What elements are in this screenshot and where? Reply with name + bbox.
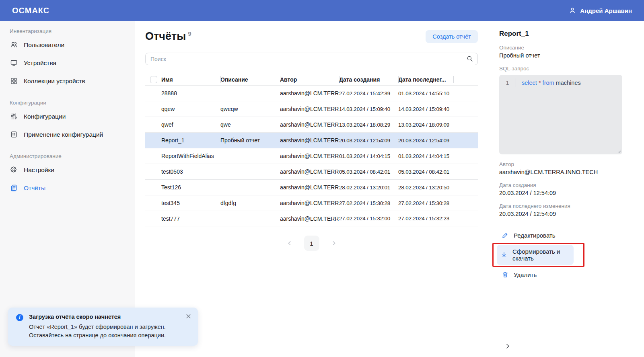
trash-icon <box>502 271 509 278</box>
grid-icon <box>10 77 18 85</box>
author-value: aarshavin@LCM.TERRA.INNO.TECH <box>499 169 636 175</box>
user-icon <box>568 6 576 14</box>
sql-label: SQL-запрос <box>499 66 636 72</box>
cell-author: aarshavin@LCM.TERRA.INNO.TECH <box>280 200 339 206</box>
cell-author: aarshavin@LCM.TERRA.INNO.TECH <box>280 153 339 159</box>
cell-modified: 27.02.2024 / 15:32:23 <box>398 215 453 222</box>
cell-author: aarshavin@LCM.TERRA.INNO.TECH <box>280 90 339 96</box>
cell-created: 01.03.2024 / 14:04:15 <box>339 153 398 159</box>
cell-modified: 01.03.2024 / 14:04:15 <box>398 153 453 159</box>
report-actions: Редактировать Сформировать и скачать <box>499 228 636 281</box>
table-row[interactable]: Test126aarshavin@LCM.TERRA.INNO.TECH28.0… <box>145 179 478 195</box>
cell-created: 27.02.2024 / 15:30:28 <box>339 200 398 206</box>
cell-modified: 13.03.2024 / 18:09:09 <box>398 122 453 128</box>
column-header-modified: Дата последнег... <box>398 74 453 85</box>
edit-report-button[interactable]: Редактировать <box>499 228 558 242</box>
cell-description: dfgdfg <box>220 200 280 206</box>
users-icon <box>10 41 18 49</box>
table-row[interactable]: test345dfgdfgaarshavin@LCM.TERRA.INNO.TE… <box>145 195 478 211</box>
prev-page-button[interactable] <box>286 240 293 246</box>
download-icon <box>500 251 508 259</box>
sidebar-item-settings[interactable]: Настройки <box>0 161 135 179</box>
table-row[interactable]: Report_1Пробный отчетaarshavin@LCM.TERRA… <box>145 132 478 148</box>
table-row[interactable]: 28888aarshavin@LCM.TERRA.INNO.TECH27.02.… <box>145 85 478 101</box>
generate-download-button[interactable]: Сформировать и скачать <box>497 245 574 265</box>
sidebar-section-label: Конфигурации <box>0 100 135 107</box>
pagination: 1 <box>145 236 478 251</box>
sidebar-item-label: Применение конфигураций <box>24 131 103 138</box>
modified-label: Дата последнего изменения <box>499 203 636 209</box>
sidebar-item-devices[interactable]: Устройства <box>0 54 135 72</box>
search-input[interactable] <box>145 53 478 65</box>
page-title: Отчёты9 <box>145 30 191 43</box>
column-header-filler <box>453 74 478 85</box>
cell-description: qwe <box>220 121 280 128</box>
sidebar-item-device-collections[interactable]: Коллекции устройств <box>0 72 135 90</box>
table-row[interactable]: qwefqweaarshavin@LCM.TERRA.INNO.TECH13.0… <box>145 117 478 132</box>
cell-modified: 28.02.2024 / 13:20:50 <box>398 185 453 191</box>
created-value: 20.03.2024 / 12:54:09 <box>499 190 636 196</box>
column-header-description: Описание <box>220 74 280 85</box>
cell-description: qweqw <box>220 106 280 112</box>
cell-name: Test126 <box>161 184 220 191</box>
created-label: Дата создания <box>499 182 636 188</box>
table-row[interactable]: test777aarshavin@LCM.TERRA.INNO.TECH27.0… <box>145 211 478 226</box>
page-number[interactable]: 1 <box>304 236 319 251</box>
report-title: Report_1 <box>499 30 636 38</box>
sql-line-number: 1 <box>499 78 516 87</box>
next-page-button[interactable] <box>331 240 337 246</box>
cell-author: aarshavin@LCM.TERRA.INNO.TECH <box>280 106 339 112</box>
user-menu[interactable]: Андрей Аршавин <box>568 6 632 14</box>
cell-author: aarshavin@LCM.TERRA.INNO.TECH <box>280 121 339 128</box>
cell-author: aarshavin@LCM.TERRA.INNO.TECH <box>280 168 339 175</box>
sidebar-item-label: Коллекции устройств <box>24 78 85 85</box>
table-row[interactable]: qqewqweqwaarshavin@LCM.TERRA.INNO.TECH14… <box>145 101 478 117</box>
author-label: Автор <box>499 161 636 167</box>
select-all-checkbox[interactable] <box>150 76 157 83</box>
column-header-author: Автор <box>280 74 339 85</box>
reports-table: Имя Описание Автор Дата создания Дата по… <box>145 74 478 226</box>
monitor-icon <box>10 59 18 67</box>
sql-editor[interactable]: 1 select * from machines <box>499 75 622 154</box>
create-report-button[interactable]: Создать отчёт <box>426 30 478 43</box>
sidebar-section-label: Инвентаризация <box>0 28 135 36</box>
close-icon[interactable] <box>185 313 191 319</box>
toast-notification: i Загрузка отчёта скоро начнется Отчёт «… <box>8 308 198 346</box>
topbar: ОСМАКС Андрей Аршавин <box>0 0 644 21</box>
cell-created: 28.02.2024 / 13:20:01 <box>339 185 398 191</box>
sidebar-item-configurations[interactable]: Конфигурации <box>0 107 135 125</box>
cell-created: 20.03.2024 / 12:54:09 <box>339 137 398 144</box>
checklist-icon <box>10 130 18 139</box>
sidebar-item-apply-configurations[interactable]: Применение конфигураций <box>0 125 135 144</box>
cell-name: ReportWithFieldAlias <box>161 153 220 159</box>
sidebar-item-reports[interactable]: Отчёты <box>0 179 135 197</box>
cell-name: test0503 <box>161 168 220 175</box>
table-row[interactable]: ReportWithFieldAliasaarshavin@LCM.TERRA.… <box>145 148 478 164</box>
reports-count-badge: 9 <box>188 30 191 37</box>
delete-report-button[interactable]: Удалить <box>499 268 539 281</box>
table-row[interactable]: test0503aarshavin@LCM.TERRA.INNO.TECH05.… <box>145 164 478 179</box>
sidebar-item-label: Пользователи <box>24 41 64 49</box>
toast-line-2: Оставайтесь на странице до окончания опе… <box>29 331 191 340</box>
cell-created: 27.02.2024 / 15:32:00 <box>339 215 398 222</box>
info-icon: i <box>16 314 23 321</box>
sidebar-item-label: Отчёты <box>24 185 45 192</box>
collapse-panel-button[interactable] <box>504 343 511 350</box>
sidebar: ИнвентаризацияПользователиУстройстваКолл… <box>0 21 135 357</box>
cell-modified: 27.02.2024 / 15:30:28 <box>398 200 453 206</box>
cell-name: 28888 <box>161 90 220 96</box>
cell-author: aarshavin@LCM.TERRA.INNO.TECH <box>280 137 339 144</box>
cell-created: 05.03.2024 / 08:42:01 <box>339 169 398 175</box>
report-detail-panel: Report_1 Описание Пробный отчет SQL-запр… <box>491 21 644 357</box>
cell-name: Report_1 <box>161 137 220 144</box>
column-header-created: Дата создания <box>339 74 398 85</box>
column-header-name: Имя <box>161 74 220 85</box>
resize-handle[interactable] <box>617 150 621 153</box>
sidebar-item-users[interactable]: Пользователи <box>0 36 135 54</box>
cell-modified: 01.03.2024 / 14:55:10 <box>398 90 453 96</box>
cell-name: qqew <box>161 106 220 112</box>
toast-line-1: Отчёт «Report_1» будет сформирован и заг… <box>29 323 191 331</box>
sidebar-item-label: Устройства <box>24 60 56 67</box>
cell-name: qwef <box>161 121 220 128</box>
sql-query-text: select * from machines <box>516 80 581 86</box>
